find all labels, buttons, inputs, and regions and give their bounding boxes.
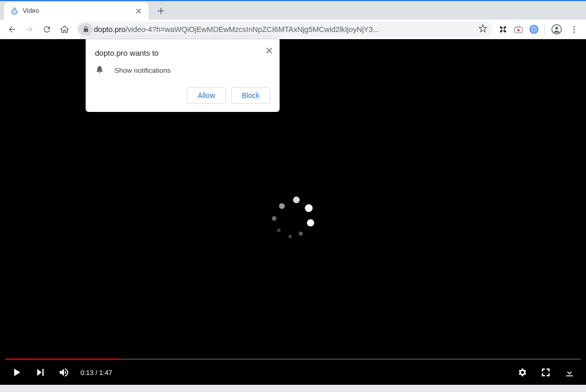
lock-icon bbox=[78, 23, 93, 36]
dialog-request-text: Show notifications bbox=[115, 67, 171, 74]
player-time: 0:13 / 1:47 bbox=[80, 369, 112, 377]
fullscreen-button[interactable] bbox=[536, 363, 555, 382]
tab-close-button[interactable] bbox=[134, 7, 142, 15]
volume-button[interactable] bbox=[55, 363, 73, 382]
play-button[interactable] bbox=[7, 363, 26, 382]
svg-point-23 bbox=[574, 28, 575, 30]
next-button[interactable] bbox=[31, 363, 50, 382]
extension-icon-2[interactable] bbox=[513, 24, 524, 35]
extension-icon-1[interactable] bbox=[498, 24, 508, 35]
tab-title: Video bbox=[23, 7, 134, 14]
svg-point-4 bbox=[13, 11, 16, 13]
dialog-close-button[interactable] bbox=[266, 46, 272, 56]
player-controls: 0:13 / 1:47 bbox=[0, 360, 586, 385]
allow-button[interactable]: Allow bbox=[187, 87, 225, 104]
svg-point-24 bbox=[574, 31, 575, 32]
bell-icon bbox=[95, 64, 105, 76]
svg-point-22 bbox=[574, 26, 575, 27]
permission-dialog: dopto.pro wants to Show notifications Al… bbox=[86, 39, 280, 112]
block-button[interactable]: Block bbox=[231, 87, 270, 104]
favicon-icon bbox=[10, 7, 19, 15]
svg-point-15 bbox=[517, 29, 519, 31]
download-button[interactable] bbox=[560, 363, 579, 382]
browser-tab[interactable]: Video bbox=[4, 2, 149, 20]
settings-button[interactable] bbox=[513, 363, 531, 382]
url-text: dopto.pro/video-4?h=waWQiOjEwMDEwMzcsInN… bbox=[94, 25, 474, 34]
back-button[interactable] bbox=[3, 21, 21, 38]
separator bbox=[544, 24, 545, 35]
svg-point-11 bbox=[502, 28, 504, 30]
reload-button[interactable] bbox=[38, 21, 56, 38]
home-button[interactable] bbox=[56, 21, 73, 38]
profile-button[interactable] bbox=[548, 21, 565, 38]
forward-button bbox=[21, 21, 38, 38]
new-tab-button[interactable] bbox=[154, 4, 168, 18]
toolbar: dopto.pro/video-4?h=waWQiOjEwMDEwMzcsInN… bbox=[0, 20, 586, 39]
loading-spinner-icon bbox=[270, 197, 316, 243]
page-content: dopto.pro wants to Show notifications Al… bbox=[0, 39, 586, 385]
address-bar[interactable]: dopto.pro/video-4?h=waWQiOjEwMDEwMzcsInN… bbox=[76, 22, 493, 37]
menu-button[interactable] bbox=[565, 21, 583, 38]
tabstrip: Video bbox=[0, 1, 586, 20]
svg-point-21 bbox=[555, 26, 558, 29]
extension-icon-3[interactable] bbox=[529, 24, 539, 35]
dialog-title: dopto.pro wants to bbox=[95, 48, 270, 57]
svg-point-19 bbox=[533, 28, 535, 30]
bookmark-button[interactable] bbox=[478, 24, 487, 35]
